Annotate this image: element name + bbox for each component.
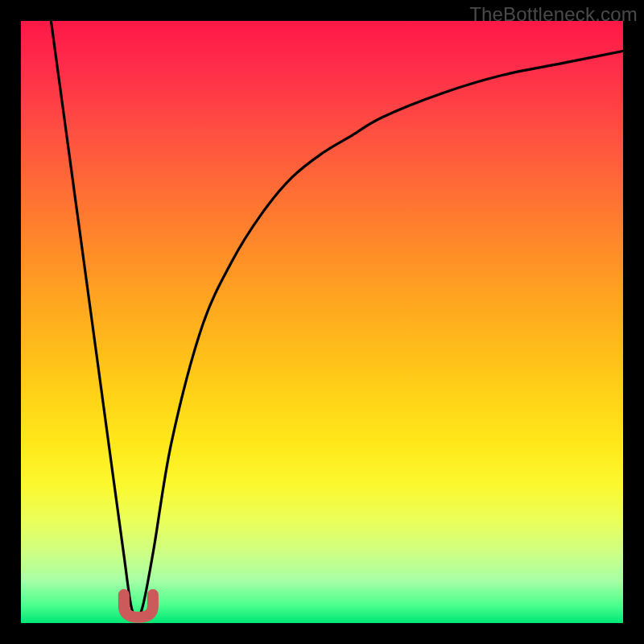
chart-svg <box>21 21 623 623</box>
optimal-marker <box>124 595 153 617</box>
watermark-text: TheBottleneck.com <box>469 3 638 26</box>
chart-frame <box>21 21 623 623</box>
bottleneck-curve <box>51 21 623 618</box>
